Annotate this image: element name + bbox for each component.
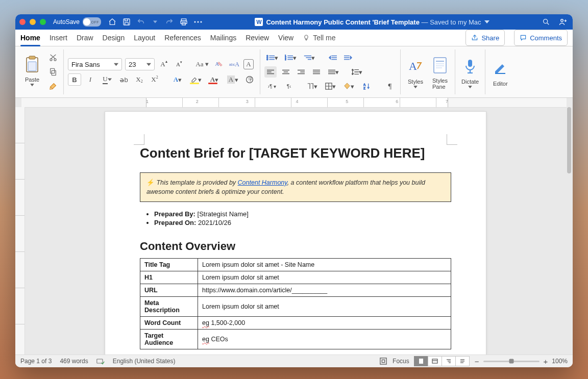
tab-layout[interactable]: Layout bbox=[134, 30, 155, 46]
tab-references[interactable]: References bbox=[164, 30, 201, 46]
scrollbar-thumb[interactable] bbox=[567, 107, 571, 173]
copy-icon[interactable] bbox=[47, 66, 59, 78]
table-key[interactable]: Target Audience bbox=[140, 330, 198, 349]
bold-button[interactable]: B bbox=[68, 73, 81, 86]
change-case-icon[interactable]: Aa ▾ bbox=[194, 59, 210, 70]
share-button[interactable]: Share bbox=[465, 30, 505, 46]
meta-list[interactable]: Prepared By: [Strategist Name] Prepared … bbox=[140, 210, 451, 226]
table-value[interactable]: Lorem ipsum dolor sit amet bbox=[198, 271, 451, 284]
view-outline[interactable] bbox=[442, 356, 456, 366]
view-draft[interactable] bbox=[455, 356, 470, 366]
font-size-select[interactable]: 23 bbox=[125, 58, 155, 70]
search-icon[interactable] bbox=[541, 17, 551, 27]
borders-button[interactable]: ▾ bbox=[323, 81, 338, 92]
doc-heading-1[interactable]: Content Brief for [TARGET KEYWORD HERE] bbox=[140, 145, 451, 161]
multilevel-list-button[interactable]: ▾ bbox=[301, 52, 316, 63]
table-value[interactable]: eg 1,500-2,000 bbox=[198, 317, 451, 330]
tab-review[interactable]: Review bbox=[246, 30, 269, 46]
asian-layout-button[interactable]: ▾ bbox=[304, 81, 320, 92]
tab-mailings[interactable]: Mailings bbox=[210, 30, 236, 46]
dictate-button[interactable]: Dictate bbox=[459, 54, 481, 90]
document-viewport[interactable]: Content Brief for [TARGET KEYWORD HERE] … bbox=[24, 107, 567, 355]
fullscreen-window-button[interactable] bbox=[40, 19, 46, 25]
close-window-button[interactable] bbox=[19, 19, 26, 25]
doc-heading-2[interactable]: Content Overview bbox=[140, 240, 451, 253]
tab-home[interactable]: Home bbox=[20, 30, 40, 46]
undo-icon[interactable] bbox=[136, 17, 146, 27]
align-right-button[interactable] bbox=[295, 66, 307, 78]
ruler-vertical[interactable] bbox=[15, 107, 25, 355]
table-value[interactable]: https://www.domain.com/article/_________… bbox=[198, 284, 451, 297]
align-left-button[interactable] bbox=[264, 66, 277, 78]
table-key[interactable]: Meta Description bbox=[140, 297, 198, 317]
justify-button[interactable] bbox=[310, 66, 323, 78]
share-people-icon[interactable] bbox=[558, 17, 569, 27]
spellcheck-icon[interactable] bbox=[96, 357, 105, 365]
print-icon[interactable] bbox=[179, 17, 189, 27]
align-center-button[interactable] bbox=[280, 66, 292, 78]
decrease-indent-button[interactable] bbox=[327, 52, 339, 63]
zoom-in-button[interactable]: + bbox=[544, 357, 548, 366]
zoom-slider[interactable] bbox=[483, 361, 540, 362]
shading-button[interactable]: ▾ bbox=[341, 81, 356, 92]
zoom-out-button[interactable]: − bbox=[475, 357, 479, 366]
ruler-horizontal[interactable]: 1 2 3 4 5 6 7 bbox=[21, 98, 567, 108]
distributed-button[interactable]: ▾ bbox=[326, 66, 341, 78]
line-spacing-button[interactable]: ▾ bbox=[349, 66, 364, 78]
rtl-direction-button[interactable]: ¶‹ bbox=[283, 81, 295, 92]
save-icon[interactable] bbox=[121, 17, 132, 27]
superscript-button[interactable]: X2 bbox=[149, 74, 161, 85]
strikethrough-button[interactable]: a̶b bbox=[118, 74, 130, 85]
overview-table[interactable]: Title TagLorem ipsum dolor sit amet - Si… bbox=[140, 258, 451, 349]
title-chevron-down-icon[interactable] bbox=[484, 18, 489, 26]
vertical-scrollbar[interactable] bbox=[567, 107, 572, 353]
table-key[interactable]: Title Tag bbox=[140, 259, 198, 271]
minimize-window-button[interactable] bbox=[30, 19, 36, 25]
page[interactable]: Content Brief for [TARGET KEYWORD HERE] … bbox=[105, 111, 486, 355]
undo-dropdown-icon[interactable] bbox=[150, 17, 160, 27]
table-value[interactable]: eg CEOs bbox=[198, 330, 451, 349]
format-painter-icon[interactable] bbox=[47, 81, 59, 92]
view-print-layout[interactable] bbox=[414, 356, 428, 366]
italic-button[interactable]: I bbox=[84, 74, 96, 85]
zoom-value[interactable]: 100% bbox=[552, 358, 568, 365]
bullets-button[interactable]: ▾ bbox=[264, 52, 280, 63]
sort-button[interactable]: AZ bbox=[359, 81, 375, 92]
ltr-direction-button[interactable]: ›¶ ▾ bbox=[264, 81, 280, 92]
increase-indent-button[interactable] bbox=[342, 52, 354, 63]
underline-button[interactable]: U bbox=[100, 74, 115, 85]
table-key[interactable]: H1 bbox=[140, 271, 198, 284]
subscript-button[interactable]: X2 bbox=[133, 74, 145, 85]
status-page[interactable]: Page 1 of 3 bbox=[20, 358, 52, 365]
table-value[interactable]: Lorem ipsum dolor sit amet - Site Name bbox=[198, 259, 451, 271]
table-key[interactable]: Word Count bbox=[140, 317, 198, 330]
cut-icon[interactable] bbox=[47, 52, 59, 63]
redo-icon[interactable] bbox=[164, 17, 175, 27]
character-border-icon[interactable]: A bbox=[243, 59, 254, 69]
grow-font-icon[interactable]: A▴ bbox=[158, 59, 170, 70]
status-language[interactable]: English (United States) bbox=[113, 358, 176, 365]
autosave-switch[interactable]: OFF bbox=[83, 17, 101, 27]
character-shading-button[interactable]: A ▾ bbox=[225, 74, 240, 85]
text-effects-button[interactable]: A ▾ bbox=[170, 74, 185, 85]
paste-button[interactable]: Paste bbox=[21, 52, 43, 88]
tab-design[interactable]: Design bbox=[103, 30, 125, 46]
autosave-toggle[interactable]: AutoSave OFF bbox=[53, 17, 101, 27]
table-key[interactable]: URL bbox=[140, 284, 198, 297]
table-value[interactable]: Lorem ipsum dolor sit amet bbox=[198, 297, 451, 317]
clear-formatting-icon[interactable]: A bbox=[213, 59, 225, 70]
comments-button[interactable]: Comments bbox=[514, 30, 568, 46]
notice-box[interactable]: ⚡ This template is provided by Content H… bbox=[140, 172, 451, 202]
editor-button[interactable]: Editor bbox=[489, 56, 511, 88]
font-name-select[interactable]: Fira Sans bbox=[68, 58, 122, 70]
tab-draw[interactable]: Draw bbox=[77, 30, 93, 46]
font-color-button[interactable]: A ▾ bbox=[207, 74, 222, 85]
tell-me[interactable]: Tell me bbox=[303, 30, 335, 46]
styles-gallery-button[interactable]: A Styles bbox=[405, 54, 426, 90]
enclose-characters-icon[interactable]: 字 bbox=[243, 74, 256, 85]
home-icon[interactable] bbox=[107, 17, 117, 27]
view-web-layout[interactable] bbox=[428, 356, 442, 366]
shrink-font-icon[interactable]: A▾ bbox=[173, 59, 185, 70]
tab-view[interactable]: View bbox=[278, 30, 293, 46]
tab-insert[interactable]: Insert bbox=[50, 30, 67, 46]
